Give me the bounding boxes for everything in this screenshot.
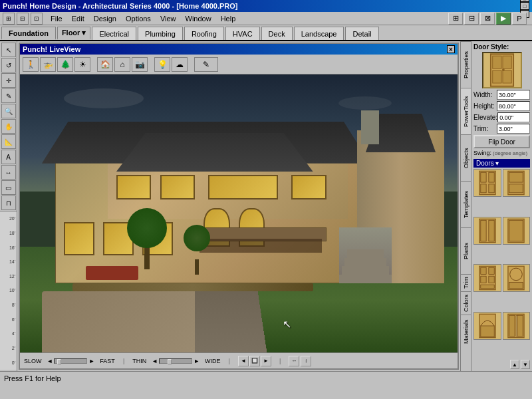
- nav-left[interactable]: ◄: [238, 356, 249, 366]
- liveview-title-bar: Punch! LiveView ×: [20, 44, 458, 55]
- elevate-row: Elevate: 0.00": [473, 112, 530, 122]
- lv-camera-icon[interactable]: 📷: [132, 57, 148, 72]
- liveview-controls: SLOW ◄ ► FAST | THIN ◄ ►: [20, 352, 458, 368]
- menu-window[interactable]: Window: [182, 13, 215, 24]
- tab-bar: Foundation Floor ▾ Electrical Plumbing R…: [0, 25, 532, 41]
- door-thumb-6[interactable]: [503, 264, 531, 292]
- draw-tool[interactable]: ✎: [1, 88, 16, 103]
- svg-point-5: [502, 68, 505, 71]
- width-left-arrow[interactable]: ◄: [152, 358, 158, 364]
- tab-templates[interactable]: Templates: [461, 181, 471, 227]
- door-thumb-2[interactable]: [503, 169, 531, 197]
- text-tool[interactable]: A: [1, 150, 16, 164]
- select-tool[interactable]: ↖: [1, 43, 16, 57]
- right-toolbar-btn1[interactable]: ⊞: [448, 13, 463, 25]
- lv-cloud-icon[interactable]: ☁: [172, 57, 188, 72]
- width-row: Width: 30.00": [473, 90, 530, 100]
- tab-foundation[interactable]: Foundation: [1, 27, 56, 40]
- grid3-icon[interactable]: ⊡: [31, 13, 43, 25]
- liveview-render-area[interactable]: ↖: [20, 74, 458, 352]
- tab-objects[interactable]: Objects: [461, 134, 471, 181]
- move-tool[interactable]: ✛: [1, 73, 16, 88]
- tab-powertools[interactable]: PowerTools: [461, 88, 471, 134]
- tab-trim[interactable]: Trim: [461, 274, 471, 291]
- door-thumb-5[interactable]: [473, 264, 501, 292]
- tab-plants[interactable]: Plants: [461, 227, 471, 274]
- measure-tool[interactable]: 📐: [1, 134, 16, 149]
- menu-design[interactable]: Design: [90, 13, 120, 24]
- zoom-tool[interactable]: 🔍: [1, 104, 16, 118]
- tab-deck[interactable]: Deck: [261, 27, 293, 40]
- svg-rect-31: [509, 315, 515, 336]
- svg-rect-16: [489, 220, 494, 241]
- expand-v-btn[interactable]: ↕: [301, 356, 311, 366]
- speed-left-arrow[interactable]: ◄: [47, 358, 53, 364]
- tab-electrical[interactable]: Electrical: [92, 27, 136, 40]
- tab-materials[interactable]: Materials: [461, 315, 471, 348]
- right-toolbar-btn2[interactable]: ⊟: [464, 13, 479, 25]
- tab-detail[interactable]: Detail: [345, 27, 378, 40]
- door-thumbnails: [473, 169, 530, 358]
- door-thumb-1[interactable]: [473, 169, 501, 197]
- elevate-value[interactable]: 0.00": [497, 112, 530, 122]
- svg-rect-18: [509, 220, 523, 241]
- rotate-tool[interactable]: ↺: [1, 58, 16, 72]
- width-slider-thumb[interactable]: [168, 359, 172, 364]
- flip-door-button[interactable]: Flip Door: [473, 135, 530, 148]
- tab-hvac[interactable]: HVAC: [225, 27, 260, 40]
- wall-tool[interactable]: ▭: [1, 180, 16, 195]
- door-thumb-7[interactable]: [473, 312, 501, 340]
- nav-up[interactable]: 🔲: [249, 356, 260, 366]
- expand-btn[interactable]: ↔: [289, 356, 299, 366]
- menu-help[interactable]: Help: [217, 13, 240, 24]
- tab-plumbing[interactable]: Plumbing: [138, 27, 183, 40]
- door-scroll-down[interactable]: ▼: [521, 360, 530, 369]
- dimension-tool[interactable]: ↔: [1, 165, 16, 180]
- lv-pencil-icon[interactable]: ✎: [194, 57, 218, 72]
- right-toolbar-btn3[interactable]: ⊠: [480, 13, 495, 25]
- width-right-arrow[interactable]: ►: [194, 358, 200, 364]
- lv-person-icon[interactable]: 🚶: [23, 57, 39, 72]
- height-value[interactable]: 80.00": [497, 101, 530, 111]
- door-tool[interactable]: ⊓: [1, 196, 16, 210]
- width-value[interactable]: 30.00": [497, 90, 530, 100]
- door-thumb-8[interactable]: [503, 312, 531, 340]
- grid2-icon[interactable]: ⊟: [17, 13, 29, 25]
- lv-house-icon[interactable]: 🏠: [97, 57, 113, 72]
- lv-sun-icon[interactable]: ☀: [74, 57, 90, 72]
- menu-view[interactable]: View: [156, 13, 180, 24]
- menu-options[interactable]: Options: [122, 13, 155, 24]
- menu-bar: ⊞ ⊟ ⊡ File Edit Design Options View Wind…: [0, 12, 532, 25]
- right-toolbar-btn4[interactable]: ▶: [496, 13, 511, 25]
- tab-landscape[interactable]: Landscape: [294, 27, 344, 40]
- svg-rect-1: [492, 56, 501, 68]
- status-text: Press F1 for Help: [4, 374, 61, 382]
- tab-properties[interactable]: Properties: [461, 41, 471, 88]
- trim-value[interactable]: 3.00": [497, 124, 530, 134]
- pan-tool[interactable]: ✋: [1, 119, 16, 134]
- door-thumb-4[interactable]: [503, 217, 531, 245]
- speed-slider-thumb[interactable]: [57, 359, 61, 364]
- height-row: Height: 80.00": [473, 101, 530, 111]
- lv-tree-icon[interactable]: 🌲: [57, 57, 73, 72]
- door-thumb-3[interactable]: [473, 217, 501, 245]
- divider2: |: [226, 358, 233, 364]
- tab-roofing[interactable]: Roofing: [184, 27, 224, 40]
- menu-edit[interactable]: Edit: [68, 13, 88, 24]
- menu-file[interactable]: File: [47, 13, 66, 24]
- tab-colors[interactable]: Colors: [461, 291, 471, 315]
- nav-right[interactable]: ►: [261, 356, 271, 366]
- door-scroll-up[interactable]: ▲: [510, 360, 519, 369]
- lv-fly-icon[interactable]: 🚁: [40, 57, 56, 72]
- grid-icon[interactable]: ⊞: [3, 13, 15, 25]
- lv-house2-icon[interactable]: ⌂: [114, 57, 130, 72]
- tab-floor[interactable]: Floor ▾: [57, 27, 91, 40]
- width-slider[interactable]: [159, 358, 192, 364]
- lv-light-icon[interactable]: 💡: [154, 57, 170, 72]
- right-toolbar-btn5[interactable]: P: [512, 13, 527, 25]
- speed-right-arrow[interactable]: ►: [88, 358, 94, 364]
- maximize-button[interactable]: □: [520, 2, 529, 10]
- liveview-close-button[interactable]: ×: [447, 45, 455, 53]
- speed-slider[interactable]: [54, 358, 87, 364]
- svg-rect-15: [481, 220, 486, 241]
